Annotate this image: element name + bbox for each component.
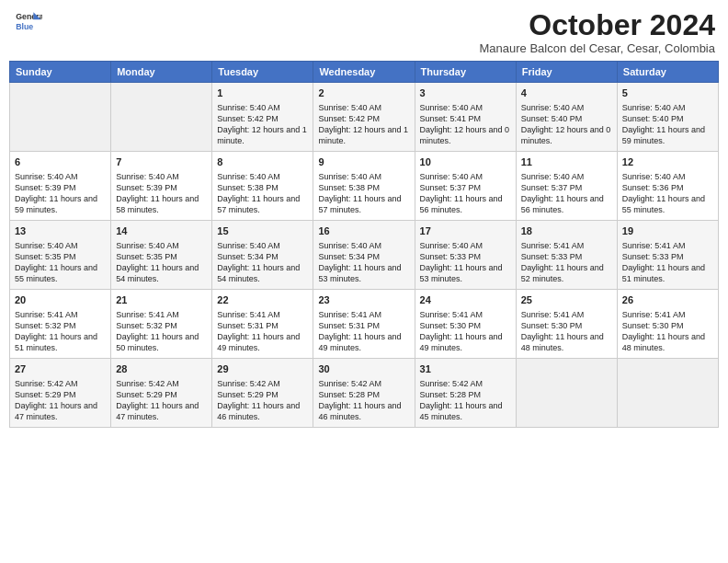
week-row-4: 20Sunrise: 5:41 AMSunset: 5:32 PMDayligh…	[10, 290, 719, 359]
day-info: Sunrise: 5:40 AM	[318, 171, 409, 182]
day-number: 11	[521, 155, 612, 169]
day-info: Sunrise: 5:40 AM	[420, 171, 511, 182]
calendar-cell: 27Sunrise: 5:42 AMSunset: 5:29 PMDayligh…	[10, 359, 111, 428]
day-number: 9	[318, 155, 409, 169]
calendar-cell: 25Sunrise: 5:41 AMSunset: 5:30 PMDayligh…	[516, 290, 617, 359]
calendar-table: SundayMondayTuesdayWednesdayThursdayFrid…	[9, 61, 719, 428]
day-info: Daylight: 11 hours and 49 minutes.	[217, 331, 308, 353]
calendar-cell: 14Sunrise: 5:40 AMSunset: 5:35 PMDayligh…	[111, 221, 212, 290]
day-info: Daylight: 11 hours and 50 minutes.	[116, 331, 207, 353]
calendar-cell: 26Sunrise: 5:41 AMSunset: 5:30 PMDayligh…	[617, 290, 718, 359]
day-info: Sunset: 5:39 PM	[15, 182, 106, 193]
day-info: Sunrise: 5:41 AM	[521, 309, 612, 320]
day-number: 29	[217, 362, 308, 376]
day-info: Sunset: 5:33 PM	[521, 251, 612, 262]
col-header-saturday: Saturday	[617, 62, 718, 83]
calendar-cell: 22Sunrise: 5:41 AMSunset: 5:31 PMDayligh…	[212, 290, 313, 359]
day-info: Sunset: 5:30 PM	[521, 320, 612, 331]
day-info: Sunrise: 5:41 AM	[622, 309, 713, 320]
day-number: 28	[116, 362, 207, 376]
day-info: Daylight: 11 hours and 47 minutes.	[15, 400, 106, 422]
day-info: Sunset: 5:42 PM	[217, 113, 308, 124]
calendar-cell: 31Sunrise: 5:42 AMSunset: 5:28 PMDayligh…	[415, 359, 516, 428]
location-subtitle: Manaure Balcon del Cesar, Cesar, Colombi…	[479, 41, 715, 55]
day-info: Daylight: 11 hours and 54 minutes.	[116, 262, 207, 284]
day-info: Sunset: 5:41 PM	[420, 113, 511, 124]
day-info: Sunrise: 5:42 AM	[116, 378, 207, 389]
day-info: Daylight: 11 hours and 57 minutes.	[318, 193, 409, 215]
day-info: Daylight: 11 hours and 58 minutes.	[116, 193, 207, 215]
day-info: Sunrise: 5:40 AM	[318, 102, 409, 113]
col-header-monday: Monday	[111, 62, 212, 83]
day-number: 4	[521, 86, 612, 100]
day-number: 3	[420, 86, 511, 100]
day-info: Sunrise: 5:41 AM	[318, 309, 409, 320]
day-info: Sunrise: 5:40 AM	[116, 240, 207, 251]
day-info: Sunrise: 5:41 AM	[521, 240, 612, 251]
svg-text:Blue: Blue	[16, 22, 33, 31]
calendar-cell: 19Sunrise: 5:41 AMSunset: 5:33 PMDayligh…	[617, 221, 718, 290]
day-info: Daylight: 12 hours and 0 minutes.	[420, 124, 511, 146]
day-info: Daylight: 11 hours and 52 minutes.	[521, 262, 612, 284]
day-info: Sunset: 5:32 PM	[116, 320, 207, 331]
day-info: Sunrise: 5:42 AM	[318, 378, 409, 389]
day-number: 21	[116, 293, 207, 307]
day-info: Sunset: 5:31 PM	[217, 320, 308, 331]
day-info: Sunset: 5:30 PM	[622, 320, 713, 331]
calendar-cell: 20Sunrise: 5:41 AMSunset: 5:32 PMDayligh…	[10, 290, 111, 359]
day-number: 30	[318, 362, 409, 376]
calendar-cell	[617, 359, 718, 428]
day-number: 22	[217, 293, 308, 307]
title-block: October 2024 Manaure Balcon del Cesar, C…	[479, 9, 715, 55]
day-info: Daylight: 11 hours and 59 minutes.	[15, 193, 106, 215]
day-info: Sunset: 5:34 PM	[217, 251, 308, 262]
calendar-cell: 12Sunrise: 5:40 AMSunset: 5:36 PMDayligh…	[617, 152, 718, 221]
day-info: Daylight: 11 hours and 51 minutes.	[15, 331, 106, 353]
day-number: 19	[622, 224, 713, 238]
day-info: Sunset: 5:37 PM	[420, 182, 511, 193]
day-number: 24	[420, 293, 511, 307]
day-info: Sunset: 5:28 PM	[420, 389, 511, 400]
day-info: Daylight: 12 hours and 0 minutes.	[521, 124, 612, 146]
day-number: 8	[217, 155, 308, 169]
day-info: Sunrise: 5:40 AM	[318, 240, 409, 251]
svg-text:General: General	[16, 12, 42, 21]
calendar-cell: 28Sunrise: 5:42 AMSunset: 5:29 PMDayligh…	[111, 359, 212, 428]
month-title: October 2024	[479, 9, 715, 41]
day-info: Daylight: 11 hours and 48 minutes.	[622, 331, 713, 353]
day-info: Sunset: 5:38 PM	[217, 182, 308, 193]
day-info: Daylight: 11 hours and 49 minutes.	[318, 331, 409, 353]
day-info: Sunset: 5:33 PM	[622, 251, 713, 262]
day-info: Daylight: 11 hours and 56 minutes.	[420, 193, 511, 215]
day-info: Sunrise: 5:42 AM	[15, 378, 106, 389]
day-info: Daylight: 11 hours and 51 minutes.	[622, 262, 713, 284]
day-info: Daylight: 11 hours and 46 minutes.	[318, 400, 409, 422]
day-info: Sunset: 5:39 PM	[116, 182, 207, 193]
calendar-cell: 29Sunrise: 5:42 AMSunset: 5:29 PMDayligh…	[212, 359, 313, 428]
day-info: Sunrise: 5:40 AM	[217, 102, 308, 113]
day-number: 1	[217, 86, 308, 100]
day-info: Sunset: 5:40 PM	[622, 113, 713, 124]
week-row-5: 27Sunrise: 5:42 AMSunset: 5:29 PMDayligh…	[10, 359, 719, 428]
day-info: Daylight: 11 hours and 45 minutes.	[420, 400, 511, 422]
day-number: 25	[521, 293, 612, 307]
day-number: 7	[116, 155, 207, 169]
calendar-cell: 21Sunrise: 5:41 AMSunset: 5:32 PMDayligh…	[111, 290, 212, 359]
day-info: Daylight: 12 hours and 1 minute.	[217, 124, 308, 146]
day-number: 13	[15, 224, 106, 238]
day-info: Sunset: 5:29 PM	[217, 389, 308, 400]
calendar-cell	[111, 83, 212, 152]
week-row-1: 1Sunrise: 5:40 AMSunset: 5:42 PMDaylight…	[10, 83, 719, 152]
day-info: Sunset: 5:36 PM	[622, 182, 713, 193]
day-info: Daylight: 11 hours and 53 minutes.	[420, 262, 511, 284]
day-info: Sunset: 5:35 PM	[15, 251, 106, 262]
day-number: 17	[420, 224, 511, 238]
day-info: Daylight: 11 hours and 53 minutes.	[318, 262, 409, 284]
logo: General Blue	[13, 9, 42, 35]
day-info: Sunset: 5:42 PM	[318, 113, 409, 124]
col-header-sunday: Sunday	[10, 62, 111, 83]
day-info: Sunrise: 5:40 AM	[116, 171, 207, 182]
day-number: 10	[420, 155, 511, 169]
day-info: Sunset: 5:34 PM	[318, 251, 409, 262]
day-info: Daylight: 11 hours and 56 minutes.	[521, 193, 612, 215]
